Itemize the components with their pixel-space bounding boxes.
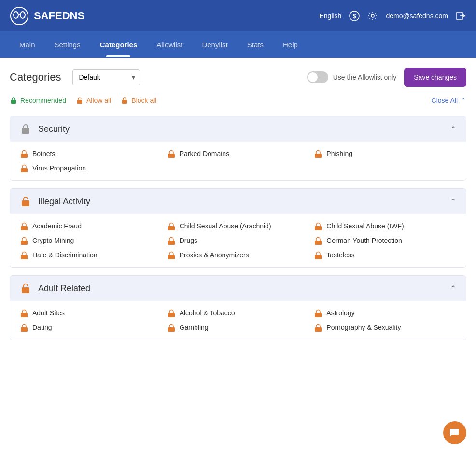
nav-help[interactable]: Help <box>273 33 308 57</box>
item-lock-icon <box>20 164 28 172</box>
brand-name: SAFEDNS <box>34 10 84 22</box>
close-all-label: Close All <box>432 97 458 104</box>
close-all-button[interactable]: Close All ⌃ <box>432 97 466 104</box>
profile-dropdown[interactable]: Default Custom <box>72 69 140 85</box>
main-nav: Main Settings Categories Allowlist Denyl… <box>0 31 476 58</box>
item-label: Botnets <box>32 150 55 157</box>
nav-allowlist[interactable]: Allowlist <box>147 33 192 57</box>
page-title: Categories <box>10 71 61 84</box>
list-item[interactable]: German Youth Protection <box>314 236 456 245</box>
language-selector[interactable]: English <box>319 12 341 20</box>
list-item[interactable]: Astrology <box>314 309 456 317</box>
item-label: German Youth Protection <box>326 237 402 244</box>
svg-rect-22 <box>315 241 322 245</box>
item-label: Alcohol & Tobacco <box>180 309 235 317</box>
header-right-controls: Use the Allowlist only Save changes <box>307 68 466 87</box>
list-item[interactable]: Gambling <box>167 323 309 332</box>
svg-point-2 <box>20 12 25 18</box>
svg-rect-21 <box>168 241 175 245</box>
list-item[interactable]: Parked Domains <box>167 149 309 158</box>
svg-rect-23 <box>21 255 28 259</box>
allowlist-toggle[interactable] <box>307 71 328 83</box>
svg-rect-18 <box>168 226 175 230</box>
svg-rect-16 <box>22 200 29 206</box>
svg-rect-31 <box>168 327 175 332</box>
svg-rect-8 <box>11 100 16 104</box>
logout-icon[interactable] <box>456 11 466 21</box>
item-lock-icon <box>20 309 28 317</box>
section-adult-body: Adult Sites Alcohol & Tobacco Astrology <box>10 301 466 340</box>
list-item[interactable]: Hate & Discrimination <box>20 251 162 259</box>
item-label: Hate & Discrimination <box>32 251 98 259</box>
section-adult-header[interactable]: Adult Related ⌃ <box>10 276 466 301</box>
adult-items-grid: Adult Sites Alcohol & Tobacco Astrology <box>20 309 456 332</box>
list-item[interactable]: Tasteless <box>314 251 456 259</box>
svg-text:$: $ <box>353 13 356 20</box>
nav-stats[interactable]: Stats <box>238 33 273 57</box>
recommended-action[interactable]: Recommended <box>10 97 66 104</box>
list-item[interactable]: Child Sexual Abuse (IWF) <box>314 222 456 230</box>
item-lock-icon <box>314 149 322 158</box>
save-changes-button[interactable]: Save changes <box>404 68 466 87</box>
item-label: Proxies & Anonymizers <box>180 251 249 259</box>
nav-categories[interactable]: Categories <box>90 33 147 57</box>
profile-dropdown-wrap[interactable]: Default Custom <box>72 69 140 85</box>
item-lock-icon <box>167 251 176 259</box>
list-item[interactable]: Alcohol & Tobacco <box>167 309 309 317</box>
item-lock-icon <box>314 222 322 230</box>
svg-rect-28 <box>168 313 175 317</box>
list-item[interactable]: Pornography & Sexuality <box>314 323 456 332</box>
section-security-header[interactable]: Security ⌃ <box>10 116 466 142</box>
item-label: Astrology <box>326 309 354 317</box>
item-lock-icon <box>167 309 176 317</box>
section-security: Security ⌃ Botnets Parked Domains <box>10 116 466 181</box>
allowlist-toggle-label[interactable]: Use the Allowlist only <box>307 71 397 83</box>
orange-lock-icon-2 <box>121 97 128 104</box>
item-lock-icon <box>167 236 176 245</box>
categories-header: Categories Default Custom Use the Allowl… <box>10 68 466 87</box>
svg-rect-20 <box>21 241 28 245</box>
svg-rect-17 <box>21 226 28 230</box>
orange-unlock-icon-1 <box>76 97 84 104</box>
svg-rect-26 <box>22 287 29 293</box>
security-items-grid: Botnets Parked Domains Phishing <box>20 149 456 172</box>
illegal-items-grid: Academic Fraud Child Sexual Abuse (Arach… <box>20 222 456 259</box>
svg-rect-25 <box>315 255 322 259</box>
list-item[interactable]: Virus Propagation <box>20 164 162 172</box>
illegal-lock-icon <box>20 196 31 207</box>
allow-all-action[interactable]: Allow all <box>76 97 111 104</box>
item-label: Virus Propagation <box>32 164 86 172</box>
nav-main[interactable]: Main <box>10 33 45 57</box>
list-item[interactable]: Botnets <box>20 149 162 158</box>
svg-rect-24 <box>168 255 175 259</box>
svg-rect-19 <box>315 226 322 230</box>
item-lock-icon <box>314 236 322 245</box>
section-illegal-title: Illegal Activity <box>38 197 90 207</box>
list-item[interactable]: Phishing <box>314 149 456 158</box>
list-item[interactable]: Academic Fraud <box>20 222 162 230</box>
list-item[interactable]: Crypto Mining <box>20 236 162 245</box>
list-item[interactable]: Proxies & Anonymizers <box>167 251 309 259</box>
item-lock-icon <box>314 251 322 259</box>
list-item[interactable]: Dating <box>20 323 162 332</box>
svg-point-6 <box>371 14 374 17</box>
nav-denylist[interactable]: Denylist <box>192 33 237 57</box>
svg-rect-27 <box>21 313 28 317</box>
app-header: SAFEDNS English $ demo@safedns.com <box>0 0 476 31</box>
list-item[interactable]: Drugs <box>167 236 309 245</box>
svg-rect-14 <box>315 154 322 158</box>
chevron-up-icon: ⌃ <box>461 97 466 104</box>
item-label: Drugs <box>180 237 197 244</box>
settings-icon[interactable] <box>367 11 378 21</box>
list-item[interactable]: Child Sexual Abuse (Arachnid) <box>167 222 309 230</box>
list-item[interactable]: Adult Sites <box>20 309 162 317</box>
nav-settings[interactable]: Settings <box>45 33 90 57</box>
currency-icon[interactable]: $ <box>349 11 360 21</box>
block-all-action[interactable]: Block all <box>121 97 156 104</box>
svg-rect-10 <box>122 100 127 104</box>
main-content: Categories Default Custom Use the Allowl… <box>0 58 476 454</box>
chat-bubble-button[interactable] <box>443 421 466 444</box>
section-illegal-header[interactable]: Illegal Activity ⌃ <box>10 189 466 214</box>
recommended-label: Recommended <box>20 97 66 104</box>
svg-rect-29 <box>315 313 322 317</box>
